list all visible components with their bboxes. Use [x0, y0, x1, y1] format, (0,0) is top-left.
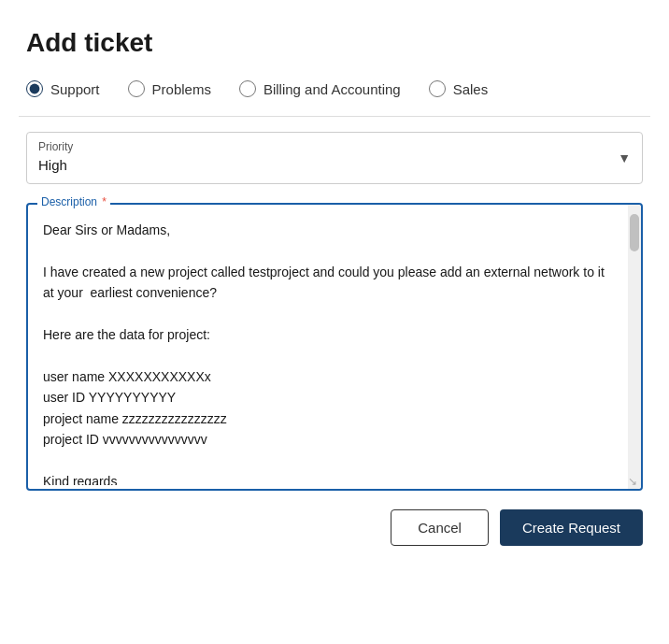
description-field: Description * Dear Sirs or Madams, I hav… [26, 203, 643, 491]
radio-sales[interactable]: Sales [429, 80, 489, 97]
radio-problems-input[interactable] [128, 80, 145, 97]
button-row: Cancel Create Request [19, 491, 650, 546]
priority-select[interactable]: High Low Medium Critical [38, 157, 631, 173]
priority-field: Priority High Low Medium Critical ▼ [26, 132, 643, 184]
scrollbar-track [628, 205, 641, 489]
ticket-type-radio-group: Support Problems Billing and Accounting … [19, 80, 650, 97]
create-request-button[interactable]: Create Request [500, 509, 643, 546]
radio-billing[interactable]: Billing and Accounting [239, 80, 401, 97]
divider [19, 116, 650, 117]
page-container: Add ticket Support Problems Billing and … [0, 0, 669, 644]
radio-support-input[interactable] [26, 80, 43, 97]
radio-sales-input[interactable] [429, 80, 446, 97]
radio-problems-label: Problems [152, 81, 211, 97]
radio-billing-label: Billing and Accounting [263, 81, 401, 97]
priority-label: Priority [38, 140, 631, 153]
radio-support-label: Support [50, 81, 100, 97]
radio-support[interactable]: Support [26, 80, 100, 97]
description-textarea[interactable]: Dear Sirs or Madams, I have created a ne… [28, 205, 641, 485]
resize-handle-icon[interactable]: ↘ [628, 476, 639, 487]
radio-sales-label: Sales [453, 81, 489, 97]
scrollbar-thumb[interactable] [630, 214, 639, 251]
radio-problems[interactable]: Problems [128, 80, 211, 97]
cancel-button[interactable]: Cancel [391, 509, 489, 546]
radio-billing-input[interactable] [239, 80, 256, 97]
page-title: Add ticket [19, 28, 650, 58]
